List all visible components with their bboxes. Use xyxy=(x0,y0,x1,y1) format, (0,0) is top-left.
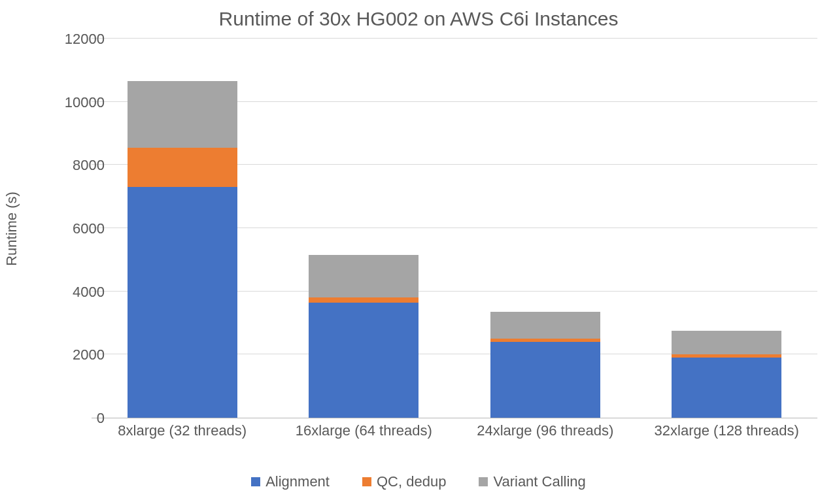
bar-segment-alignment xyxy=(309,303,418,418)
plot-area xyxy=(92,39,817,418)
x-category-label: 32xlarge (128 threads) xyxy=(638,422,815,440)
bar-segment-alignment xyxy=(672,358,781,418)
y-tick-label: 2000 xyxy=(52,346,105,363)
legend-swatch xyxy=(479,477,488,486)
legend-label: QC, dedup xyxy=(377,473,446,490)
bar-segment-qc-dedup xyxy=(128,148,237,187)
bar xyxy=(490,312,600,418)
x-category-label: 8xlarge (32 threads) xyxy=(94,422,271,440)
runtime-chart: Runtime of 30x HG002 on AWS C6i Instance… xyxy=(0,0,837,504)
x-category-label: 16xlarge (64 threads) xyxy=(275,422,452,440)
legend: AlignmentQC, dedupVariant Calling xyxy=(0,473,837,490)
y-axis-label: Runtime (s) xyxy=(3,192,20,266)
legend-item: Variant Calling xyxy=(479,473,585,490)
legend-item: QC, dedup xyxy=(362,473,446,490)
bar-segment-variant-calling xyxy=(309,255,418,297)
y-tick-label: 6000 xyxy=(52,220,105,237)
legend-label: Alignment xyxy=(265,473,330,490)
legend-label: Variant Calling xyxy=(493,473,585,490)
gridline xyxy=(92,38,817,39)
y-tick-label: 10000 xyxy=(52,94,105,111)
bar xyxy=(309,255,418,418)
bar-segment-alignment xyxy=(490,342,600,418)
bar xyxy=(128,81,237,418)
y-tick-label: 8000 xyxy=(52,157,105,174)
legend-item: Alignment xyxy=(251,473,330,490)
bar-segment-variant-calling xyxy=(672,331,781,354)
chart-title: Runtime of 30x HG002 on AWS C6i Instance… xyxy=(0,8,837,30)
bar-segment-alignment xyxy=(128,187,237,418)
x-category-label: 24xlarge (96 threads) xyxy=(457,422,634,440)
y-tick-label: 12000 xyxy=(52,31,105,48)
bar-segment-qc-dedup xyxy=(309,297,418,302)
bar xyxy=(672,331,781,418)
bar-segment-variant-calling xyxy=(128,81,237,148)
legend-swatch xyxy=(362,477,371,486)
bar-segment-variant-calling xyxy=(490,312,600,339)
y-tick-label: 4000 xyxy=(52,284,105,301)
legend-swatch xyxy=(251,477,260,486)
